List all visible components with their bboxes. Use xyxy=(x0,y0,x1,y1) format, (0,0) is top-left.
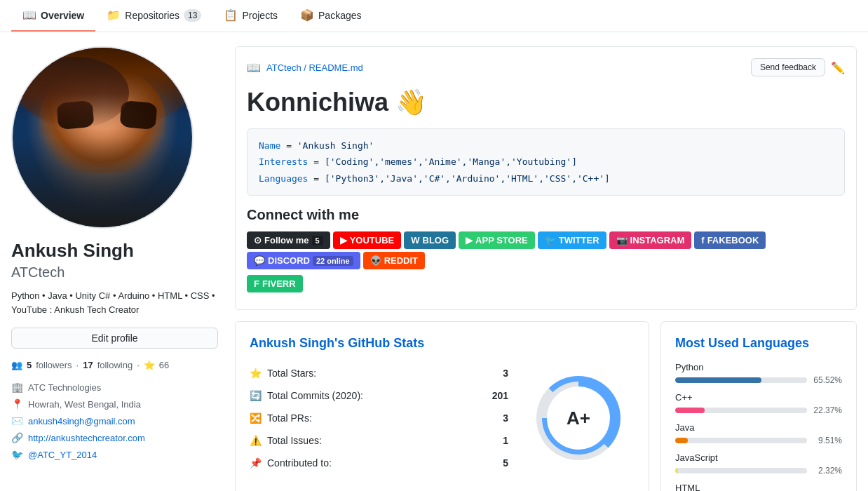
stat-row-prs: 🔀 Total PRs: 3 xyxy=(250,407,508,429)
instagram-icon: 📷 xyxy=(616,235,628,246)
lang-item-html: HTML 0.27% xyxy=(675,483,842,491)
readme-actions: Send feedback ✏️ xyxy=(751,58,845,76)
grade-container: A+ xyxy=(522,362,635,474)
appstore-icon: ▶ xyxy=(466,235,473,246)
youtube-icon: ▶ xyxy=(340,235,347,246)
appstore-badge[interactable]: ▶ APP STORE xyxy=(459,231,535,249)
link-icon: 🔗 xyxy=(11,432,22,443)
youtube-badge[interactable]: ▶ YOUTUBE xyxy=(333,231,402,249)
info-email: ✉️ ankush4singh@gmail.com xyxy=(11,415,218,426)
code-line-name: Name = 'Ankush Singh' xyxy=(259,137,833,154)
project-icon: 📋 xyxy=(224,8,238,22)
email-link[interactable]: ankush4singh@gmail.com xyxy=(28,416,135,426)
info-org: 🏢 ATC Technologies xyxy=(11,382,218,393)
book-icon: 📖 xyxy=(22,8,36,22)
github-stats-card: Ankush Singh's GitHub Stats ⭐ Total Star… xyxy=(235,321,649,491)
email-icon: ✉️ xyxy=(11,415,22,426)
badges-row: ⊙ Follow me 5 ▶ YOUTUBE W BLOG ▶ APP S xyxy=(247,231,845,269)
fakebook-icon: f xyxy=(701,235,704,246)
commits-icon: 🔄 xyxy=(250,390,262,401)
pr-icon: 🔀 xyxy=(250,412,262,424)
bottom-row: Ankush Singh's GitHub Stats ⭐ Total Star… xyxy=(235,321,857,491)
avatar-image xyxy=(13,48,192,227)
followers-count[interactable]: 5 xyxy=(27,360,32,370)
avatar xyxy=(11,46,194,229)
stats-table: ⭐ Total Stars: 3 🔄 Total Commits (2020): xyxy=(250,362,508,474)
sidebar: Ankush Singh ATCtech Python • Java • Uni… xyxy=(11,46,218,491)
code-line-languages: Languages = ['Python3','Java','C#','Ardu… xyxy=(259,170,833,187)
location-icon: 📍 xyxy=(11,398,22,410)
instagram-badge[interactable]: 📷 INSTAGRAM xyxy=(609,231,692,249)
stat-row-stars: ⭐ Total Stars: 3 xyxy=(250,362,508,384)
send-feedback-button[interactable]: Send feedback xyxy=(751,58,825,76)
star-stat-icon: ⭐ xyxy=(250,368,262,379)
wave-emoji: 👋 xyxy=(395,88,427,117)
star-icon: ⭐ xyxy=(144,360,155,370)
following-count[interactable]: 17 xyxy=(83,360,93,370)
lang-item-python: Python 65.52% xyxy=(675,362,842,385)
repo-icon: 📁 xyxy=(107,8,121,22)
readme-title: 📖 ATCtech / README.md xyxy=(247,61,363,74)
blog-icon: W xyxy=(411,235,419,246)
stats-col: ⭐ Total Stars: 3 🔄 Total Commits (2020): xyxy=(250,362,508,474)
username: Ankush Singh xyxy=(11,240,218,262)
readme-header: 📖 ATCtech / README.md Send feedback ✏️ xyxy=(247,58,845,76)
user-handle: ATCtech xyxy=(11,264,218,281)
info-twitter: 🐦 @ATC_YT_2014 xyxy=(11,449,218,460)
tab-overview[interactable]: 📖 Overview xyxy=(11,0,95,32)
tab-packages[interactable]: 📦 Packages xyxy=(289,0,372,32)
stats-card-title: Ankush Singh's GitHub Stats xyxy=(250,336,635,351)
grade-circle: A+ xyxy=(536,376,621,460)
info-list: 🏢 ATC Technologies 📍 Howrah, West Bengal… xyxy=(11,382,218,460)
stat-row-commits: 🔄 Total Commits (2020): 201 xyxy=(250,384,508,407)
nav-tabs: 📖 Overview 📁 Repositories 13 📋 Projects … xyxy=(0,0,868,32)
languages-card: Most Used Languages Python 65.52% C++ xyxy=(660,321,857,491)
stars-count: 66 xyxy=(159,360,169,370)
greeting: Konnichiwa 👋 xyxy=(247,88,845,117)
fiverr-badge[interactable]: F FIVERR xyxy=(247,275,303,292)
stat-row-contributed: 📌 Contributed to: 5 xyxy=(250,452,508,474)
lang-item-java: Java 9.51% xyxy=(675,422,842,445)
tab-repositories[interactable]: 📁 Repositories 13 xyxy=(95,0,212,32)
code-block: Name = 'Ankush Singh' Interests = ['Codi… xyxy=(247,128,845,196)
twitter-bird-icon: 🐦 xyxy=(545,235,556,246)
fiverr-icon: F xyxy=(254,278,259,289)
discord-badge[interactable]: 💬 DISCORD 22 online xyxy=(247,252,360,269)
stat-row-issues: ⚠️ Total Issues: 1 xyxy=(250,429,508,452)
org-icon: 🏢 xyxy=(11,382,22,393)
follow-me-badge[interactable]: ⊙ Follow me 5 xyxy=(247,231,330,249)
twitter-icon: 🐦 xyxy=(11,449,22,460)
issues-icon: ⚠️ xyxy=(250,435,262,446)
website-link[interactable]: http://ankushtechcreator.com xyxy=(28,433,145,443)
reddit-icon: 👽 xyxy=(370,255,381,266)
readme-card: 📖 ATCtech / README.md Send feedback ✏️ K… xyxy=(235,46,857,310)
info-location: 📍 Howrah, West Bengal, India xyxy=(11,398,218,410)
connect-title: Connect with me xyxy=(247,207,845,223)
book-open-icon: 📖 xyxy=(247,61,261,74)
twitter-badge[interactable]: 🐦 TWITTER xyxy=(538,231,606,249)
user-bio: Python • Java • Unity C# • Arduino • HTM… xyxy=(11,289,218,316)
people-icon: 👥 xyxy=(11,360,22,370)
code-line-interests: Interests = ['Coding','memes','Anime','M… xyxy=(259,154,833,170)
github-icon: ⊙ xyxy=(254,235,262,246)
blog-badge[interactable]: W BLOG xyxy=(404,231,456,249)
tab-projects[interactable]: 📋 Projects xyxy=(212,0,289,32)
reddit-badge[interactable]: 👽 REDDIT xyxy=(363,252,425,269)
package-icon: 📦 xyxy=(300,8,314,22)
languages-title: Most Used Languages xyxy=(675,336,842,351)
lang-item-cpp: C++ 22.37% xyxy=(675,392,842,415)
info-website: 🔗 http://ankushtechcreator.com xyxy=(11,432,218,443)
stats-row: 👥 5 followers · 17 following · ⭐ 66 xyxy=(11,360,218,370)
badges-row-2: F FIVERR xyxy=(247,275,845,292)
page: 📖 Overview 📁 Repositories 13 📋 Projects … xyxy=(0,0,868,491)
twitter-link[interactable]: @ATC_YT_2014 xyxy=(28,450,97,460)
lang-item-js: JavaScript 2.32% xyxy=(675,452,842,476)
contributed-icon: 📌 xyxy=(250,457,262,469)
grade-label: A+ xyxy=(547,386,610,450)
main-content: Ankush Singh ATCtech Python • Java • Uni… xyxy=(0,32,868,491)
repo-path: ATCtech / README.md xyxy=(266,62,363,73)
edit-profile-button[interactable]: Edit profile xyxy=(11,328,218,349)
discord-icon: 💬 xyxy=(254,255,265,266)
edit-pencil-icon[interactable]: ✏️ xyxy=(831,61,845,74)
fakebook-badge[interactable]: f FAKEBOOK xyxy=(694,231,766,249)
